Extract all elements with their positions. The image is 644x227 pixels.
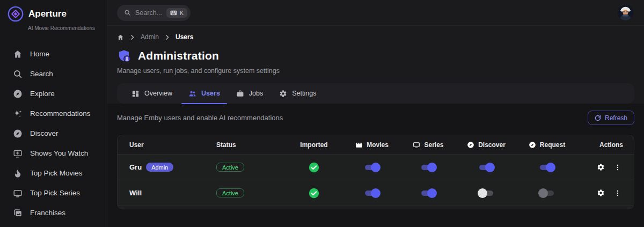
tab-settings[interactable]: Settings <box>271 83 324 104</box>
column-header-user: User <box>118 141 204 149</box>
sidebar-item-top-pick-movies[interactable]: Top Pick Movies <box>0 163 107 183</box>
movies-toggle-gru[interactable] <box>363 163 380 172</box>
table-row-gru: GruAdminActive <box>118 155 634 180</box>
actions-cell <box>578 188 634 199</box>
toggle-knob <box>371 163 380 172</box>
movies-toggle-will[interactable] <box>363 188 380 198</box>
column-header-label: Movies <box>367 141 389 149</box>
kebab-icon <box>614 164 621 171</box>
column-header-request: Request <box>516 141 578 149</box>
tv-icon <box>13 188 23 198</box>
sidebar-item-label: Home <box>30 50 49 58</box>
refresh-icon <box>595 115 601 121</box>
main-area: Search... K Admin Users Administra <box>107 0 644 227</box>
movies-cell <box>344 188 400 198</box>
series-toggle-will[interactable] <box>420 188 437 198</box>
column-header-status: Status <box>204 141 284 149</box>
users-table-body: GruAdminActiveWillActive <box>118 155 634 206</box>
user-settings-button[interactable] <box>595 162 606 173</box>
compass-icon <box>13 89 23 99</box>
sidebar-item-label: Top Pick Movies <box>30 169 83 177</box>
sidebar-item-search[interactable]: Search <box>0 64 107 84</box>
status-badge: Active <box>216 188 244 197</box>
app-tagline: AI Movie Recommendations <box>0 25 107 31</box>
toggle-knob <box>485 163 495 172</box>
request-cell <box>516 188 578 198</box>
sidebar-item-explore[interactable]: Explore <box>0 84 107 104</box>
home-icon <box>13 49 23 59</box>
breadcrumb: Admin Users <box>117 33 634 41</box>
user-cell: Will <box>118 189 204 197</box>
column-header-label: Discover <box>478 141 506 149</box>
search-input[interactable]: Search... K <box>117 5 191 21</box>
refresh-button[interactable]: Refresh <box>588 111 634 125</box>
tab-label: Users <box>201 90 220 97</box>
sidebar-item-recommendations[interactable]: Recommendations <box>0 104 107 123</box>
tab-overview[interactable]: Overview <box>123 83 180 104</box>
table-row-will: WillActive <box>118 180 634 206</box>
app-window: Aperture AI Movie Recommendations HomeSe… <box>0 0 644 227</box>
compass-icon <box>529 141 536 149</box>
column-header-label: Series <box>424 141 443 149</box>
tab-label: Settings <box>292 90 316 97</box>
discover-toggle-will[interactable] <box>478 188 495 198</box>
more-options-button[interactable] <box>612 162 623 173</box>
sidebar-item-label: Shows You Watch <box>30 149 88 157</box>
more-options-button[interactable] <box>612 188 623 199</box>
sidebar-item-label: Top Pick Series <box>30 189 80 197</box>
keyboard-icon <box>170 10 177 16</box>
tv-icon <box>413 141 420 149</box>
breadcrumb-admin[interactable]: Admin <box>141 33 159 41</box>
column-header-discover: Discover <box>457 141 516 149</box>
breadcrumb-users: Users <box>175 33 193 41</box>
check-circle-icon <box>309 162 319 173</box>
chevron-right-icon <box>164 34 171 41</box>
discover-cell <box>457 188 516 198</box>
toggle-knob <box>427 163 437 172</box>
column-header-actions: Actions <box>578 141 634 149</box>
sidebar-nav: HomeSearchExploreRecommendationsDiscover… <box>0 44 107 223</box>
status-badge: Active <box>216 163 244 172</box>
column-header-movies: Movies <box>344 141 400 149</box>
user-cell: GruAdmin <box>118 163 204 172</box>
user-avatar[interactable] <box>618 5 633 20</box>
kebab-icon <box>614 189 621 197</box>
toggle-knob <box>427 188 437 198</box>
dashboard-icon <box>131 90 140 98</box>
aperture-logo-icon <box>8 6 24 22</box>
user-settings-button[interactable] <box>595 188 606 199</box>
sidebar-item-home[interactable]: Home <box>0 44 107 64</box>
search-icon <box>13 69 23 79</box>
film-icon <box>355 141 363 149</box>
breadcrumb-home-icon[interactable] <box>117 34 124 41</box>
sidebar-item-discover[interactable]: Discover <box>0 123 107 143</box>
tab-users[interactable]: Users <box>180 83 228 104</box>
tab-jobs[interactable]: Jobs <box>228 83 271 104</box>
users-panel: Manage Emby users and enable AI recommen… <box>107 104 644 227</box>
sidebar: Aperture AI Movie Recommendations HomeSe… <box>0 0 107 227</box>
request-toggle-will <box>538 188 555 198</box>
series-cell <box>400 163 457 172</box>
request-toggle-gru[interactable] <box>538 163 555 172</box>
sidebar-item-label: Recommendations <box>30 109 91 118</box>
toggle-knob <box>478 188 487 198</box>
search-icon <box>124 9 131 16</box>
users-panel-description: Manage Emby users and enable AI recommen… <box>117 114 283 122</box>
sidebar-item-label: Explore <box>30 90 55 98</box>
avatar-image <box>618 5 633 20</box>
series-toggle-gru[interactable] <box>420 163 437 172</box>
imported-cell <box>284 162 344 173</box>
search-shortcut-badge: K <box>166 8 187 18</box>
column-header-label: User <box>129 141 144 149</box>
sidebar-item-shows-you-watch[interactable]: Shows You Watch <box>0 143 107 163</box>
topbar: Search... K <box>107 0 644 26</box>
column-header-label: Request <box>540 141 565 149</box>
sidebar-item-top-pick-series[interactable]: Top Pick Series <box>0 183 107 203</box>
movies-cell <box>344 163 400 172</box>
users-icon <box>188 90 196 98</box>
brand[interactable]: Aperture <box>0 0 107 25</box>
column-header-label: Imported <box>300 141 327 149</box>
sidebar-item-franchises[interactable]: Franchises <box>0 203 107 223</box>
actions-cell <box>578 162 634 173</box>
discover-toggle-gru[interactable] <box>478 163 495 172</box>
